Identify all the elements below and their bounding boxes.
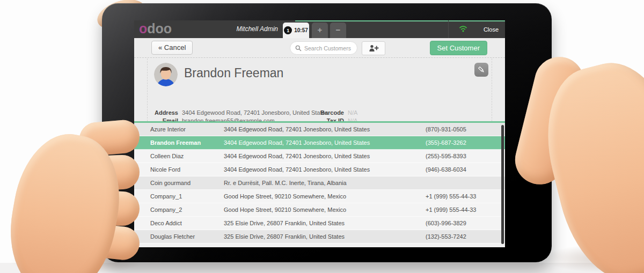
customer-address-cell: 3404 Edgewood Road, 72401 Jonesboro, Uni… (224, 139, 426, 146)
customer-name-cell: Douglas Fletcher (150, 233, 224, 240)
edit-pencil-icon (478, 66, 485, 73)
customer-phone-cell: (946)-638-6034 (426, 166, 505, 173)
wifi-icon (458, 25, 468, 34)
customer-name-cell: Company_2 (150, 206, 224, 213)
customer-field-row: Address3404 Edgewood Road, 72401 Jonesbo… (148, 109, 328, 117)
order-tab[interactable]: 1 10:57 (283, 23, 309, 38)
pos-screen: odoo Mitchell Admin 1 10:57 + − (134, 20, 505, 247)
search-customers-input[interactable] (304, 45, 357, 51)
add-customer-button[interactable] (362, 41, 385, 55)
close-button[interactable]: Close (484, 26, 499, 33)
customer-address-cell: 325 Elsie Drive, 26807 Franklin, United … (224, 233, 426, 240)
table-row[interactable]: Douglas Fletcher325 Elsie Drive, 26807 F… (134, 230, 505, 244)
table-row[interactable]: Azure Interior3404 Edgewood Road, 72401 … (134, 123, 505, 136)
set-customer-button[interactable]: Set Customer (430, 41, 487, 55)
customer-name-cell: Azure Interior (150, 126, 224, 132)
pos-topbar: odoo Mitchell Admin 1 10:57 + − (134, 20, 505, 38)
customer-address-cell: 3404 Edgewood Road, 72401 Jonesboro, Uni… (224, 153, 426, 159)
customer-name-cell: Deco Addict (150, 220, 224, 226)
tablet-frame: odoo Mitchell Admin 1 10:57 + − (102, 3, 552, 262)
customer-name-cell: Brandon Freeman (150, 139, 224, 146)
table-row[interactable]: Nicole Ford3404 Edgewood Road, 72401 Jon… (134, 163, 505, 176)
customer-phone-cell: (870)-931-0505 (426, 126, 505, 132)
scene: odoo Mitchell Admin 1 10:57 + − (0, 0, 644, 273)
customer-list: Azure Interior3404 Edgewood Road, 72401 … (134, 123, 505, 247)
topbar-status-area: Close (448, 20, 505, 38)
customer-address-cell: Good Hope Street, 90210 Somewhere, Mexic… (224, 206, 426, 213)
field-label: Address (148, 109, 178, 117)
field-label: Barcode (306, 109, 344, 117)
table-row[interactable]: Brandon Freeman3404 Edgewood Road, 72401… (134, 136, 505, 150)
customer-address-cell: Rr. e Durrësit, Pall. M.C. Inerte, Tiran… (224, 180, 426, 186)
table-row[interactable]: Coin gourmandRr. e Durrësit, Pall. M.C. … (134, 176, 505, 190)
customer-name-cell: Company_1 (150, 193, 224, 200)
table-row[interactable]: Deco Addict325 Elsie Drive, 26807 Frankl… (134, 217, 505, 230)
customer-name-cell: Colleen Diaz (150, 153, 224, 159)
client-details-inner: Brandon Freeman Address3404 Edgewood Roa… (147, 58, 492, 121)
order-count-badge: 1 (284, 26, 292, 34)
customer-address-cell: Good Hope Street, 90210 Somewhere, Mexic… (224, 193, 426, 200)
table-row[interactable]: Company_2Good Hope Street, 90210 Somewhe… (134, 203, 505, 217)
table-row[interactable]: Colleen Diaz3404 Edgewood Road, 72401 Jo… (134, 150, 505, 163)
remove-order-button[interactable]: − (330, 23, 346, 38)
field-value: N/A (348, 109, 357, 117)
customer-phone-cell: (132)-553-7242 (426, 233, 505, 240)
client-details-panel: Brandon Freeman Address3404 Edgewood Roa… (134, 58, 505, 121)
customer-phone-cell: +1 (999) 555-44-33 (426, 206, 505, 213)
logged-in-user: Mitchell Admin (134, 20, 278, 38)
add-order-button[interactable]: + (312, 23, 328, 38)
customer-address-cell: 325 Elsie Drive, 26807 Franklin, United … (224, 220, 426, 226)
customer-toolbar: « Cancel Set Customer (134, 38, 505, 58)
customer-avatar (154, 63, 178, 86)
list-scrollbar[interactable] (501, 125, 504, 244)
customer-field-row: BarcodeN/A (306, 109, 357, 117)
customer-address-cell: 3404 Edgewood Road, 72401 Jonesboro, Uni… (224, 166, 426, 173)
customer-phone-cell: (255)-595-8393 (426, 153, 505, 159)
add-person-icon (369, 45, 379, 52)
customer-address-cell: 3404 Edgewood Road, 72401 Jonesboro, Uni… (224, 126, 426, 132)
order-timer: 10:57 (294, 27, 308, 33)
customer-name-cell: Nicole Ford (150, 166, 224, 173)
customer-name-cell: Coin gourmand (150, 180, 224, 186)
customer-phone-cell: +1 (999) 555-44-33 (426, 193, 505, 200)
customer-name: Brandon Freeman (184, 66, 283, 80)
edit-customer-button[interactable] (474, 63, 488, 77)
customer-phone-cell: (355)-687-3262 (426, 139, 505, 146)
customer-phone-cell: (603)-996-3829 (426, 220, 505, 226)
search-icon (295, 45, 302, 51)
table-row[interactable]: Company_1Good Hope Street, 90210 Somewhe… (134, 190, 505, 203)
search-customers-box[interactable] (290, 41, 357, 55)
cancel-button[interactable]: « Cancel (151, 41, 193, 55)
